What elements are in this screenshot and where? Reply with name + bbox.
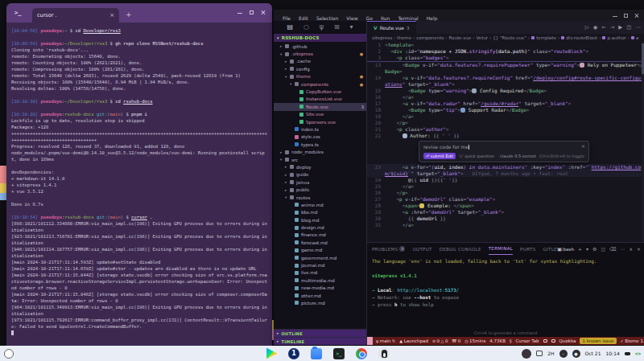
menu-item-file[interactable]: File [279, 15, 295, 21]
timeline-panel-header[interactable]: ▸ TIMELINE [274, 337, 366, 345]
breadcrumb-item[interactable]: a [631, 35, 638, 40]
tree-item-anime.md[interactable]: anime.md [274, 201, 366, 208]
menu-item-go[interactable]: Go [362, 15, 377, 21]
status-gitlens-launchpad[interactable]: ▲Launchpad [399, 338, 428, 343]
terminal-dropdown-icon[interactable]: ▾ [586, 246, 588, 252]
shell-selector[interactable]: ▣bash [558, 247, 574, 252]
tree-item-CopyButton.vue[interactable]: CopyButton.vue [274, 88, 366, 95]
maximize-icon[interactable] [624, 14, 628, 18]
tree-item-node_modules[interactable]: ▸node_modules [274, 148, 366, 155]
nav-back-icon[interactable]: ← [601, 24, 605, 31]
terminal-output[interactable]: [10:04:58] pseudoyu:~ $ cd Developer/rss… [6, 23, 272, 346]
status-layout-indicator[interactable] [551, 339, 555, 343]
source-control-icon[interactable]: ψ [320, 21, 324, 34]
tab-close-icon[interactable]: × [109, 12, 114, 18]
chevron-down-icon[interactable]: ▾ [350, 21, 353, 34]
screen-capture-icon[interactable] [536, 351, 543, 356]
minimize-icon[interactable] [613, 16, 617, 17]
status-git-branch[interactable]: ψmain↻ [376, 338, 395, 343]
breadcrumb-item[interactable]: Vetur [477, 35, 489, 40]
close-icon[interactable]: × [581, 143, 585, 149]
terminal-tab[interactable]: cursor . × [32, 8, 119, 23]
tree-item-journal.md[interactable]: journal.md [274, 261, 366, 269]
tab-route-vue[interactable]: V Route.vue 3 [367, 21, 416, 34]
minimize-icon[interactable] [237, 13, 242, 14]
1password-icon[interactable]: 1 [288, 348, 299, 359]
outline-panel-header[interactable]: ▸ OUTLINE [274, 329, 366, 337]
status-known-issue[interactable]: 1 known issue [580, 338, 616, 344]
tree-item-picture.md[interactable]: picture.md [274, 299, 366, 306]
tree-item-live.md[interactable]: live.md [274, 269, 366, 277]
close-icon[interactable] [634, 13, 639, 18]
integrated-terminal[interactable]: The language 'env' is not loaded, fallin… [367, 255, 644, 337]
explorer-root-folder[interactable]: ▾ RSSHUB-DOCS [274, 34, 366, 42]
breadcrumb-item[interactable]: template [531, 35, 556, 40]
run-debug-icon[interactable]: ◉ [593, 24, 598, 31]
new-tab-icon[interactable]: + [126, 10, 132, 18]
tree-item-Site.vue[interactable]: Site.vue [274, 111, 366, 118]
tree-item-guide[interactable]: ▸guide [274, 171, 366, 178]
status-cursor-tab[interactable]: Cursor Tab [515, 338, 539, 343]
split-editor-icon[interactable]: ◫ [626, 24, 631, 31]
panel-tab-output[interactable]: OUTPUT [412, 243, 431, 255]
breadcrumb[interactable]: vitepress›theme›components›Route.vue›Vet… [367, 34, 644, 42]
menu-item-run[interactable]: Run [377, 15, 394, 21]
nav-forward-icon[interactable]: → [610, 24, 614, 31]
menu-item-edit[interactable]: Edit [295, 15, 312, 21]
submit-edit-button[interactable]: ⏎ submit Edit [423, 153, 456, 159]
tree-item-forecast.md[interactable]: forecast.md [274, 239, 366, 246]
tree-item-types.ts[interactable]: types.ts [274, 141, 366, 148]
status-w-counter[interactable]: ₩ 0 [452, 338, 460, 343]
menu-item-selection[interactable]: Selection [312, 15, 343, 21]
tree-item-government.md[interactable]: government.md [274, 254, 366, 261]
tree-item-style.css[interactable]: style.css [274, 133, 366, 141]
tree-item-blog.md[interactable]: blog.md [274, 216, 366, 224]
tree-item-bbs.md[interactable]: bbs.md [274, 209, 366, 216]
files-app-icon[interactable] [311, 348, 322, 359]
menu-item-view[interactable]: View [342, 15, 361, 21]
tree-item-new-media.md[interactable]: new-media.md [274, 285, 366, 292]
panel-tab-ports[interactable]: PORTS [520, 243, 535, 255]
close-panel-icon[interactable]: × [637, 246, 641, 252]
split-terminal-icon[interactable]: ◫ [601, 246, 605, 252]
breadcrumb-item[interactable]: {} "Route.vue" [493, 35, 526, 40]
new-terminal-icon[interactable]: + [578, 246, 582, 252]
panel-tab-debug-console[interactable]: DEBUG CONSOLE [440, 243, 481, 255]
tree-item-game.md[interactable]: game.md [274, 247, 366, 254]
chrome-icon[interactable] [356, 348, 367, 359]
tree-item-index.ts[interactable]: index.ts [274, 125, 366, 133]
breadcrumb-item[interactable]: components [416, 35, 444, 40]
linux-penguin-icon[interactable] [378, 348, 390, 359]
close-icon[interactable] [261, 10, 266, 14]
terminal-app-icon[interactable]: >_ [333, 348, 345, 359]
panel-tab-terminal[interactable]: TERMINAL [489, 243, 513, 255]
tree-item-theme[interactable]: ▾theme● [274, 73, 366, 80]
status-file-size[interactable]: 4.73KB [489, 338, 506, 343]
breadcrumb-item[interactable]: Route.vue [448, 35, 471, 40]
tree-item-components[interactable]: ▾components● [274, 80, 366, 88]
run-file-icon[interactable]: ▷ [585, 24, 589, 31]
tree-item-design.md[interactable]: design.md [274, 224, 366, 231]
tree-item-.github[interactable]: ▸.github [274, 43, 366, 50]
maximize-panel-icon[interactable]: ∧ [630, 246, 633, 252]
status-biome[interactable]: ✓Biome 1.9.4 (bundled) [621, 338, 644, 343]
notification-counter[interactable]: ● [572, 350, 580, 358]
play-store-icon[interactable] [266, 348, 277, 359]
run-active-icon[interactable]: ▶ [618, 24, 622, 31]
status-keyboard-indicator[interactable] [543, 339, 547, 343]
more-actions-icon[interactable]: ⋯ [636, 24, 642, 31]
extensions-icon[interactable]: ⊞ [334, 21, 340, 34]
panel-tab-problems[interactable]: PROBLEMS3 [372, 243, 405, 255]
tree-item-.vitepress[interactable]: ▾.vitepress● [274, 50, 366, 57]
menu-item-help[interactable]: Help [423, 15, 442, 21]
status-wakatime[interactable]: ◷15mins [464, 338, 485, 343]
cursor-inline-edit-widget[interactable]: × revise code for me ⏎ submit Edit 'c' q… [419, 141, 589, 162]
do-not-disturb-icon[interactable]: – [559, 350, 568, 358]
tree-item-multimedia.md[interactable]: multimedia.md [274, 277, 366, 284]
tree-item-.cache[interactable]: ▸.cache [274, 58, 366, 65]
status-quokka[interactable]: Quokka [559, 338, 576, 343]
launcher-button[interactable] [4, 349, 14, 359]
breadcrumb-item[interactable]: div.routeBlock [561, 35, 597, 40]
breadcrumb-item[interactable]: theme [397, 35, 411, 40]
system-tray[interactable]: 2H – ● Oct 21 10:14 <> [522, 346, 641, 361]
